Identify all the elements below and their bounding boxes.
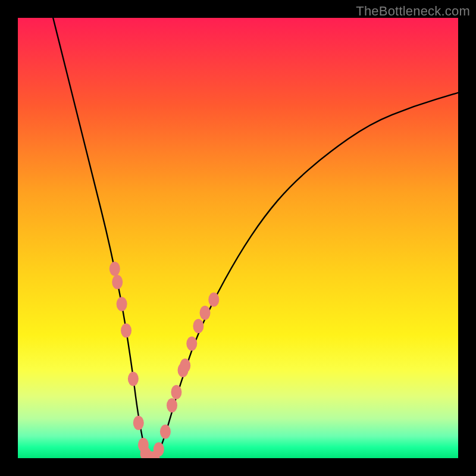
marker-point (200, 306, 211, 320)
marker-point (121, 323, 131, 337)
highlighted-points (109, 262, 219, 458)
marker-point (186, 337, 197, 351)
marker-point (208, 293, 219, 307)
marker-point (180, 359, 190, 373)
chart-stage: TheBottleneck.com (0, 0, 476, 476)
watermark-text: TheBottleneck.com (356, 4, 470, 19)
marker-point (193, 319, 203, 333)
marker-point (167, 398, 177, 412)
marker-point (112, 275, 123, 289)
plot-panel (18, 18, 458, 458)
marker-point (154, 442, 164, 456)
marker-point (133, 416, 144, 430)
marker-point (160, 425, 171, 439)
marker-point (171, 385, 181, 399)
curve-layer (18, 18, 458, 458)
marker-point (117, 297, 127, 311)
marker-point (128, 372, 139, 386)
marker-point (109, 262, 120, 276)
bottleneck-curve (53, 18, 458, 457)
